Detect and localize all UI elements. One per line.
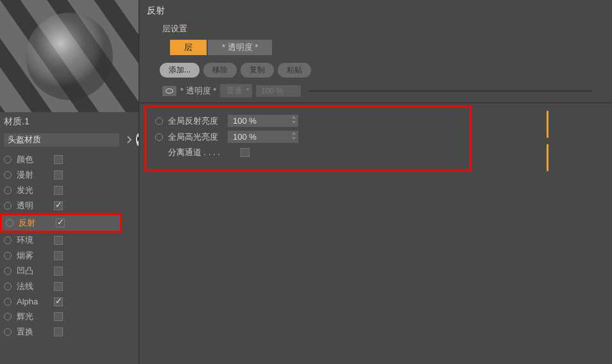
paste-button[interactable]: 粘贴 [278,63,311,78]
expand-arrow-icon[interactable] [127,133,132,146]
channel-displacement[interactable]: 置换 [0,324,139,340]
channel-list: 颜色 漫射 发光 透明 反射 环境 烟雾 凹凸 法线 Alpha 辉光 置换 [0,152,139,340]
material-name-label: 材质.1 [0,112,139,130]
separate-pass-row: 分离通道 . . . . [155,145,461,160]
radio-icon [155,117,163,125]
channel-transparency[interactable]: 透明 [0,198,139,213]
layer-tabs: 层 * 透明度 * [139,38,612,59]
opacity-value[interactable]: 100 % [256,85,301,97]
checkbox[interactable] [56,219,65,228]
channel-reflection[interactable]: 反射 [0,213,139,233]
specular-brightness-input[interactable]: 100 % [228,131,298,143]
layer-buttons: 添加... 移除 复制 粘贴 [139,59,612,81]
channel-alpha[interactable]: Alpha [0,294,139,309]
global-settings-highlight: 全局反射亮度 100 % 全局高光亮度 100 % 分离通道 . . . . [144,106,472,171]
radio-icon [4,313,12,320]
checkbox[interactable] [54,186,63,195]
radio-icon [4,186,12,194]
opacity-label: * 透明度 * [180,85,216,97]
spinner-icon[interactable] [292,132,297,140]
radio-icon [4,156,12,163]
checkbox[interactable] [54,170,63,179]
channel-fog[interactable]: 烟雾 [0,248,139,263]
radio-icon [4,298,12,306]
main-panel: 反射 层设置 层 * 透明度 * 添加... 移除 复制 粘贴 * 透明度 * … [139,0,612,364]
panel-title: 反射 [139,0,612,19]
visibility-icon[interactable] [162,86,176,96]
channel-normal[interactable]: 法线 [0,279,139,294]
radio-icon [4,252,12,260]
svg-point-4 [26,13,113,100]
checkbox[interactable] [54,297,63,306]
radio-icon [4,283,12,290]
checkbox[interactable] [54,267,63,276]
channel-glow[interactable]: 辉光 [0,309,139,324]
channel-environment[interactable]: 环境 [0,233,139,248]
material-preview [0,0,139,112]
group-label-layers: 层设置 [139,19,612,38]
global-specular-brightness-row: 全局高光亮度 100 % [155,129,461,145]
spinner-icon[interactable] [292,116,297,124]
checkbox[interactable] [54,282,63,291]
channel-bump[interactable]: 凹凸 [0,263,139,279]
checkbox[interactable] [54,201,63,210]
radio-icon [155,133,163,141]
checkbox[interactable] [54,327,63,336]
material-name-input[interactable] [4,133,119,147]
radio-icon [4,267,12,275]
global-reflection-brightness-row: 全局反射亮度 100 % [155,113,461,129]
blend-mode-select[interactable]: 普通 [220,84,252,97]
separate-pass-checkbox[interactable] [241,148,250,157]
checkbox[interactable] [54,155,63,164]
radio-icon [4,171,12,179]
radio-icon [4,202,12,210]
tab-transparency[interactable]: * 透明度 * [208,40,272,55]
divider [309,90,591,92]
checkbox[interactable] [54,236,63,245]
add-button[interactable]: 添加... [160,63,200,78]
sidebar: 材质.1 颜色 漫射 发光 透明 反射 环境 烟雾 [0,0,139,364]
reflection-brightness-input[interactable]: 100 % [228,115,298,127]
checkbox[interactable] [54,312,63,321]
copy-button[interactable]: 复制 [241,63,274,78]
tab-layer[interactable]: 层 [170,40,207,55]
channel-diffuse[interactable]: 漫射 [0,167,139,183]
channel-color[interactable]: 颜色 [0,152,139,167]
radio-icon [6,219,13,227]
radio-icon [4,236,12,244]
radio-icon [4,328,12,336]
remove-button[interactable]: 移除 [203,63,237,78]
layer-opacity-row: * 透明度 * 普通 100 % [139,81,612,103]
checkbox[interactable] [54,251,63,260]
channel-luminance[interactable]: 发光 [0,183,139,198]
